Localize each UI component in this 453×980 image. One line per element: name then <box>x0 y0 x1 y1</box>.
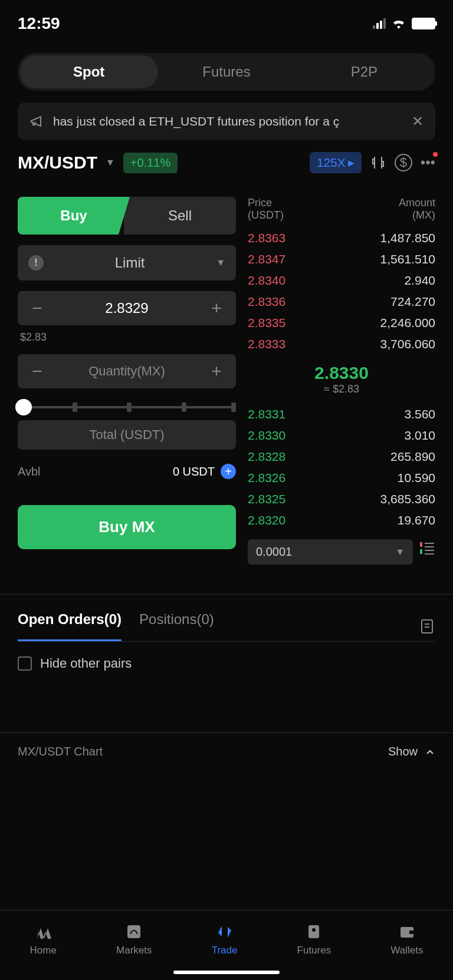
ob-price-unit: (USDT) <box>248 209 284 222</box>
announcement-bar[interactable]: has just closed a ETH_USDT futures posit… <box>18 103 435 140</box>
price-value[interactable]: 2.8329 <box>46 300 208 316</box>
minus-button[interactable]: − <box>28 298 46 318</box>
bid-row[interactable]: 2.83313.560 <box>248 404 435 425</box>
pair-row: MX/USDT ▼ +0.11% 125X▸ $ ••• <box>0 152 453 185</box>
candlestick-icon[interactable] <box>370 154 386 171</box>
tab-positions[interactable]: Positions(0) <box>139 611 214 641</box>
nav-wallets[interactable]: Wallets <box>390 922 423 956</box>
signal-icon <box>373 18 386 29</box>
ask-row[interactable]: 2.83333,706.060 <box>248 334 435 355</box>
add-funds-icon[interactable]: + <box>221 464 236 479</box>
close-icon[interactable]: ✕ <box>412 113 424 130</box>
more-icon[interactable]: ••• <box>421 154 435 171</box>
depth-icon[interactable] <box>419 540 435 556</box>
precision-select[interactable]: 0.0001 ▼ <box>248 539 413 565</box>
market-tabs: Spot Futures P2P <box>18 53 435 91</box>
chevron-down-icon: ▼ <box>216 258 225 268</box>
plus-button[interactable]: + <box>208 298 225 318</box>
chevron-down-icon[interactable]: ▼ <box>106 157 115 168</box>
svg-point-11 <box>312 928 316 932</box>
bid-price: 2.8330 <box>248 428 285 443</box>
info-icon[interactable]: ! <box>28 255 44 270</box>
bid-row[interactable]: 2.832610.590 <box>248 467 435 489</box>
ask-row[interactable]: 2.83631,487.850 <box>248 227 435 249</box>
ob-amount-unit: (MX) <box>412 209 435 222</box>
tab-buy[interactable]: Buy <box>18 197 130 235</box>
bid-row[interactable]: 2.832019.670 <box>248 510 435 531</box>
order-tabs: Open Orders(0) Positions(0) <box>18 595 435 641</box>
nav-markets-label: Markets <box>116 945 152 956</box>
orderbook-header: Price(USDT) Amount(MX) <box>248 197 435 227</box>
show-label: Show <box>388 745 418 758</box>
bid-amount: 3,685.360 <box>380 492 435 506</box>
dollar-icon[interactable]: $ <box>395 154 412 171</box>
nav-home-label: Home <box>30 945 57 956</box>
bid-price: 2.8328 <box>248 450 285 464</box>
current-price-value: 2.8330 <box>248 363 435 383</box>
tab-futures[interactable]: Futures <box>157 55 295 88</box>
bid-row[interactable]: 2.8328265.890 <box>248 446 435 467</box>
bid-row[interactable]: 2.83253,685.360 <box>248 489 435 510</box>
amount-slider[interactable] <box>18 394 236 420</box>
battery-icon <box>412 18 435 29</box>
total-input[interactable]: Total (USDT) <box>18 420 236 450</box>
wifi-icon <box>392 18 406 29</box>
svg-rect-1 <box>420 549 422 554</box>
nav-markets[interactable]: Markets <box>116 922 152 956</box>
home-indicator[interactable] <box>173 971 280 974</box>
futures-icon <box>306 922 322 941</box>
orders-section: Open Orders(0) Positions(0) Hide other p… <box>0 594 453 685</box>
nav-home[interactable]: Home <box>30 922 57 956</box>
ask-row[interactable]: 2.83471,561.510 <box>248 249 435 270</box>
current-price[interactable]: 2.8330 ≈ $2.83 <box>248 355 435 404</box>
nav-futures[interactable]: Futures <box>297 922 331 956</box>
ask-price: 2.8347 <box>248 252 285 266</box>
quantity-input[interactable]: − Quantity(MX) + <box>18 354 236 388</box>
slider-thumb[interactable] <box>15 399 32 415</box>
chart-toggle[interactable]: MX/USDT Chart Show <box>0 732 453 770</box>
precision-value: 0.0001 <box>256 545 395 559</box>
ask-price: 2.8336 <box>248 295 285 309</box>
ask-row[interactable]: 2.83352,246.000 <box>248 312 435 334</box>
tab-spot[interactable]: Spot <box>20 55 157 88</box>
bid-price: 2.8331 <box>248 407 285 421</box>
tab-sell[interactable]: Sell <box>124 197 236 235</box>
bid-amount: 19.670 <box>398 513 435 527</box>
ask-amount: 1,561.510 <box>380 252 435 266</box>
nav-trade[interactable]: Trade <box>212 922 238 956</box>
bid-price: 2.8325 <box>248 492 285 506</box>
price-usd-hint: $2.83 <box>18 331 236 344</box>
bid-amount: 265.890 <box>390 450 435 464</box>
ob-amount-header: Amount <box>399 197 435 209</box>
order-type-select[interactable]: ! Limit ▼ <box>18 245 236 281</box>
plus-button[interactable]: + <box>208 361 225 381</box>
tab-p2p[interactable]: P2P <box>296 55 433 88</box>
svg-rect-0 <box>420 542 422 547</box>
total-placeholder: Total (USDT) <box>28 427 225 443</box>
hide-pairs-row: Hide other pairs <box>18 641 435 685</box>
quantity-placeholder: Quantity(MX) <box>46 364 208 379</box>
tab-open-orders[interactable]: Open Orders(0) <box>18 611 122 641</box>
status-icons <box>373 18 435 29</box>
bid-row[interactable]: 2.83303.010 <box>248 425 435 446</box>
ask-row[interactable]: 2.8336724.270 <box>248 291 435 312</box>
hide-pairs-checkbox[interactable] <box>18 656 32 671</box>
current-price-usd: ≈ $2.83 <box>248 383 435 395</box>
ask-amount: 2,246.000 <box>380 316 435 330</box>
price-input[interactable]: − 2.8329 + <box>18 291 236 325</box>
bid-price: 2.8320 <box>248 513 285 527</box>
minus-button[interactable]: − <box>28 361 46 381</box>
leverage-badge[interactable]: 125X▸ <box>310 152 362 173</box>
trade-icon <box>215 922 234 941</box>
ask-row[interactable]: 2.83402.940 <box>248 270 435 291</box>
chart-label: MX/USDT Chart <box>18 745 388 758</box>
hide-pairs-label: Hide other pairs <box>40 656 132 671</box>
buy-button[interactable]: Buy MX <box>18 505 236 549</box>
pair-name[interactable]: MX/USDT <box>18 153 97 173</box>
chevron-up-icon <box>425 747 435 757</box>
history-icon[interactable] <box>419 618 435 635</box>
wallets-icon <box>399 922 415 941</box>
megaphone-icon <box>29 114 44 128</box>
ask-price: 2.8363 <box>248 231 285 245</box>
change-badge: +0.11% <box>123 153 178 173</box>
